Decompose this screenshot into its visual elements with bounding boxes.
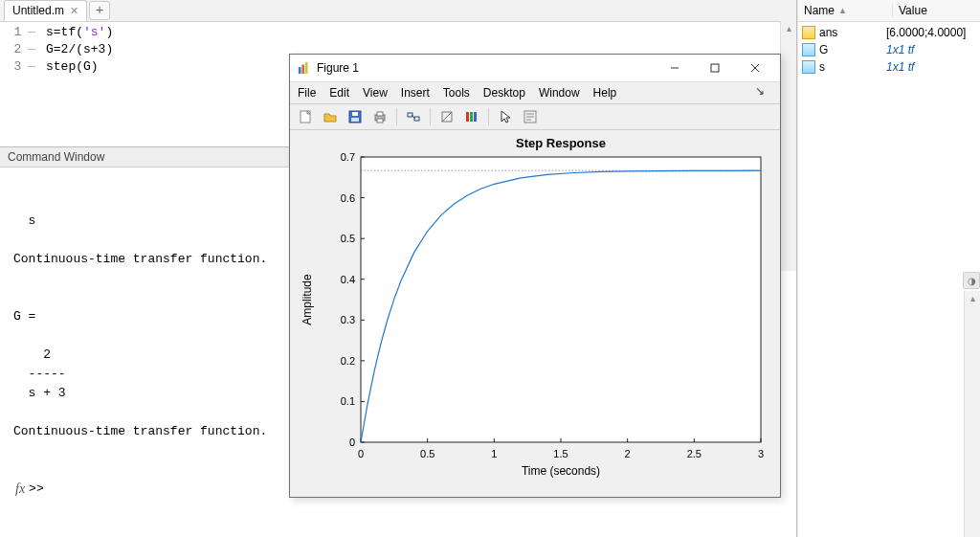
menu-help[interactable]: Help <box>593 86 617 100</box>
svg-text:0.5: 0.5 <box>341 233 355 244</box>
var-value: 1x1 tf <box>880 43 980 56</box>
menu-desktop[interactable]: Desktop <box>483 86 525 100</box>
editor-tab-untitled[interactable]: Untitled.m ✕ <box>4 0 87 21</box>
figure-axes[interactable]: Step Response00.10.20.30.40.50.60.700.51… <box>290 130 780 497</box>
figure-window[interactable]: Figure 1 FileEditViewInsertToolsDesktopW… <box>289 54 781 498</box>
prompt: >> <box>29 480 44 499</box>
svg-text:1: 1 <box>491 448 497 459</box>
menu-insert[interactable]: Insert <box>401 86 430 100</box>
svg-text:Time (seconds): Time (seconds) <box>522 464 600 478</box>
close-button[interactable] <box>738 57 772 78</box>
menu-file[interactable]: File <box>298 86 316 100</box>
svg-rect-20 <box>466 112 469 122</box>
minimize-button[interactable] <box>657 57 692 78</box>
var-name: ans <box>819 26 837 39</box>
menu-view[interactable]: View <box>363 86 388 100</box>
svg-rect-21 <box>470 112 473 122</box>
svg-text:0.6: 0.6 <box>341 192 355 204</box>
var-value: [6.0000;4.0000] <box>880 26 980 39</box>
panel-collapse-handle[interactable]: ◑ <box>963 272 980 289</box>
svg-text:2.5: 2.5 <box>687 448 702 459</box>
workspace-panel: Name ▲ Value ans[6.0000;4.0000]G1x1 tfs1… <box>797 0 980 537</box>
matlab-figure-icon <box>298 61 311 75</box>
svg-rect-2 <box>305 62 308 74</box>
workspace-var-ans[interactable]: ans[6.0000;4.0000] <box>798 24 980 41</box>
var-icon <box>802 60 815 74</box>
figure-toolbar <box>290 104 780 130</box>
workspace-header: Name ▲ Value <box>798 0 980 22</box>
var-value: 1x1 tf <box>880 60 980 74</box>
toolbar-save-button[interactable] <box>344 105 367 128</box>
toolbar-new-button[interactable] <box>294 105 317 128</box>
var-name: s <box>819 60 825 74</box>
toolbar-link-button[interactable] <box>402 105 425 128</box>
svg-rect-1 <box>301 65 304 75</box>
workspace-var-G[interactable]: G1x1 tf <box>798 41 980 58</box>
cmd-scrollbar[interactable]: ▴ <box>964 291 980 537</box>
workspace-col-name[interactable]: Name ▲ <box>798 4 893 17</box>
svg-text:0.1: 0.1 <box>341 395 355 407</box>
dock-icon[interactable]: ↘ <box>755 84 772 101</box>
toolbar-rotate-button[interactable] <box>435 105 458 128</box>
svg-text:2: 2 <box>625 448 631 459</box>
maximize-button[interactable] <box>698 57 732 78</box>
var-icon <box>802 26 815 39</box>
toolbar-annotations-button[interactable] <box>519 105 542 128</box>
var-name: G <box>819 43 828 56</box>
svg-text:0.4: 0.4 <box>341 274 355 285</box>
svg-text:0.2: 0.2 <box>341 355 355 367</box>
svg-rect-22 <box>474 112 477 122</box>
svg-rect-10 <box>352 112 358 116</box>
svg-text:3: 3 <box>758 448 764 459</box>
figure-titlebar[interactable]: Figure 1 <box>290 55 780 82</box>
editor-tabbar: Untitled.m ✕ + <box>0 0 796 22</box>
svg-text:0.5: 0.5 <box>420 448 434 459</box>
svg-text:0.3: 0.3 <box>341 314 355 325</box>
svg-rect-27 <box>361 157 761 442</box>
svg-rect-0 <box>299 67 301 74</box>
figure-menubar: FileEditViewInsertToolsDesktopWindowHelp… <box>290 82 780 104</box>
tab-label: Untitled.m <box>12 4 64 17</box>
sort-asc-icon: ▲ <box>838 6 847 15</box>
toolbar-pointer-button[interactable] <box>494 105 517 128</box>
svg-line-19 <box>442 112 452 122</box>
menu-window[interactable]: Window <box>539 86 580 100</box>
toolbar-open-button[interactable] <box>319 105 342 128</box>
code-line[interactable]: s=tf('s') <box>46 24 796 41</box>
var-icon <box>802 43 815 56</box>
svg-text:1.5: 1.5 <box>553 448 568 459</box>
svg-rect-4 <box>711 64 719 72</box>
svg-text:Amplitude: Amplitude <box>301 274 314 325</box>
menu-edit[interactable]: Edit <box>329 86 349 100</box>
editor-scrollbar[interactable]: ▴ <box>780 21 796 271</box>
svg-text:0: 0 <box>358 448 364 459</box>
menu-tools[interactable]: Tools <box>443 86 470 100</box>
svg-text:0: 0 <box>349 436 355 448</box>
svg-rect-11 <box>351 118 359 122</box>
svg-text:0.7: 0.7 <box>341 151 355 163</box>
workspace-col-value[interactable]: Value <box>893 4 980 17</box>
workspace-var-s[interactable]: s1x1 tf <box>798 58 980 76</box>
svg-text:Step Response: Step Response <box>516 136 606 150</box>
svg-rect-14 <box>377 119 383 123</box>
close-icon[interactable]: ✕ <box>70 6 78 16</box>
fx-icon[interactable]: fx <box>15 480 25 499</box>
svg-rect-13 <box>377 112 383 116</box>
toolbar-colorbar-button[interactable] <box>460 105 483 128</box>
toolbar-print-button[interactable] <box>368 105 391 128</box>
figure-title: Figure 1 <box>317 61 652 75</box>
new-tab-button[interactable]: + <box>89 1 110 20</box>
